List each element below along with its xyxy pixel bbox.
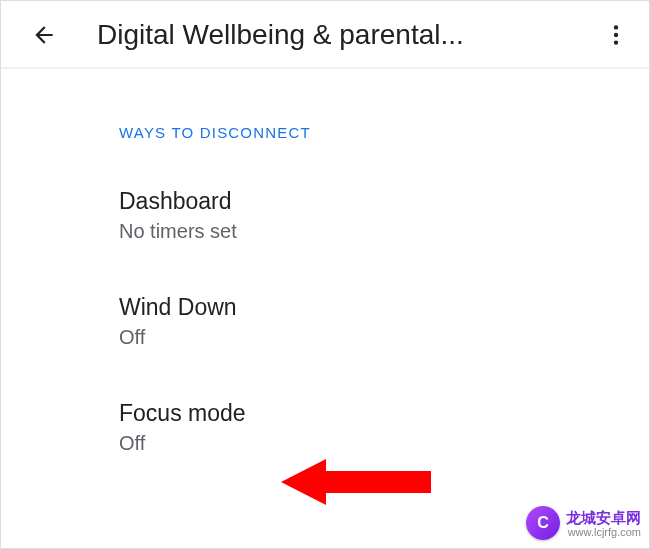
watermark-url: www.lcjrfg.com: [566, 526, 641, 538]
page-title: Digital Wellbeing & parental...: [97, 19, 591, 51]
watermark-logo-icon: C: [526, 506, 560, 540]
svg-point-2: [614, 40, 618, 44]
more-vert-icon[interactable]: [603, 22, 629, 48]
item-focus-mode[interactable]: Focus mode Off: [119, 383, 649, 489]
item-subtitle: No timers set: [119, 220, 649, 243]
item-wind-down[interactable]: Wind Down Off: [119, 277, 649, 383]
svg-point-0: [614, 25, 618, 29]
item-subtitle: Off: [119, 432, 649, 455]
section-header-ways-to-disconnect: WAYS TO DISCONNECT: [119, 106, 649, 171]
back-arrow-icon[interactable]: [31, 22, 57, 48]
content-area: WAYS TO DISCONNECT Dashboard No timers s…: [1, 90, 649, 489]
item-subtitle: Off: [119, 326, 649, 349]
header-divider: [1, 68, 649, 90]
item-title: Focus mode: [119, 399, 649, 429]
watermark: C 龙城安卓网 www.lcjrfg.com: [526, 506, 641, 540]
watermark-text: 龙城安卓网: [566, 509, 641, 528]
item-dashboard[interactable]: Dashboard No timers set: [119, 171, 649, 277]
item-title: Wind Down: [119, 293, 649, 323]
svg-point-1: [614, 33, 618, 37]
app-header: Digital Wellbeing & parental...: [1, 1, 649, 68]
item-title: Dashboard: [119, 187, 649, 217]
